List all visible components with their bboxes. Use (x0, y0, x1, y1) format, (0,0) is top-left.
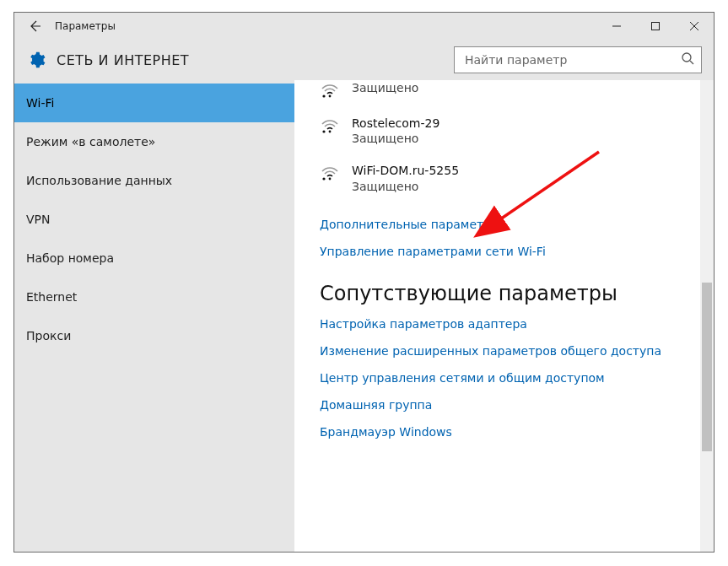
link-advanced-options[interactable]: Дополнительные параметры (320, 218, 688, 231)
sidebar-item-label: Использование данных (26, 174, 172, 187)
link-manage-wifi[interactable]: Управление параметрами сети Wi-Fi (320, 245, 688, 258)
sidebar-item-wifi[interactable]: Wi-Fi (14, 84, 294, 122)
sidebar-item-label: Набор номера (26, 251, 114, 265)
close-icon (690, 22, 698, 30)
wifi-network-item[interactable]: WiFi-DOM.ru-5255 Защищено (320, 156, 688, 203)
wifi-status: Защищено (352, 179, 459, 194)
header-row: СЕТЬ И ИНТЕРНЕТ (14, 40, 714, 80)
svg-point-1 (682, 53, 691, 62)
minimize-icon (612, 22, 621, 30)
link-firewall[interactable]: Брандмауэр Windows (320, 425, 688, 439)
content: Защищено Rostelecom-29 (294, 80, 700, 552)
sidebar-item-data-usage[interactable]: Использование данных (14, 161, 294, 200)
svg-point-5 (322, 130, 325, 132)
wifi-status: Защищено (352, 131, 439, 146)
svg-point-7 (322, 178, 325, 181)
settings-home-button[interactable] (26, 50, 46, 70)
close-button[interactable] (675, 13, 714, 40)
wifi-network-item[interactable]: Защищено (320, 80, 688, 109)
sidebar-item-airplane-mode[interactable]: Режим «в самолете» (14, 122, 294, 161)
window-controls (597, 13, 714, 40)
maximize-icon (651, 22, 660, 30)
gear-icon (27, 51, 46, 69)
link-adapter-settings[interactable]: Настройка параметров адаптера (320, 317, 688, 331)
wifi-name: WiFi-DOM.ru-5255 (352, 163, 459, 178)
sidebar-item-label: Ethernet (26, 290, 77, 304)
search-icon (681, 51, 694, 68)
link-homegroup[interactable]: Домашняя группа (320, 398, 688, 412)
sidebar-item-label: VPN (26, 213, 51, 226)
sidebar-item-label: Wi-Fi (26, 96, 54, 110)
related-settings-heading: Сопутствующие параметры (320, 282, 688, 305)
wifi-secure-icon (320, 82, 340, 99)
scroll-thumb[interactable] (702, 283, 712, 451)
wifi-secure-icon (320, 164, 340, 181)
content-wrap: Защищено Rostelecom-29 (294, 80, 714, 552)
section-title: СЕТЬ И ИНТЕРНЕТ (57, 52, 189, 68)
back-button[interactable] (21, 13, 48, 40)
sidebar-item-dialup[interactable]: Набор номера (14, 239, 294, 278)
link-network-center[interactable]: Центр управления сетями и общим доступом (320, 371, 688, 385)
wifi-network-item[interactable]: Rostelecom-29 Защищено (320, 109, 688, 156)
wifi-name: Rostelecom-29 (352, 116, 439, 131)
svg-point-3 (322, 94, 325, 97)
wifi-status: Защищено (352, 80, 418, 95)
window-title: Параметры (55, 20, 116, 32)
search-input[interactable] (463, 52, 681, 67)
settings-window: Параметры СЕТЬ И ИНТЕРНЕТ (13, 12, 715, 553)
scrollbar[interactable] (700, 80, 714, 552)
svg-point-6 (329, 178, 332, 181)
sidebar-item-vpn[interactable]: VPN (14, 200, 294, 239)
sidebar-item-label: Прокси (26, 329, 71, 342)
maximize-button[interactable] (636, 13, 675, 40)
sidebar-item-ethernet[interactable]: Ethernet (14, 278, 294, 316)
sidebar: Wi-Fi Режим «в самолете» Использование д… (14, 80, 294, 552)
main-area: Wi-Fi Режим «в самолете» Использование д… (14, 80, 714, 552)
sidebar-item-label: Режим «в самолете» (26, 135, 155, 148)
arrow-left-icon (28, 19, 41, 33)
svg-point-4 (329, 131, 332, 133)
link-advanced-sharing[interactable]: Изменение расширенных параметров общего … (320, 344, 688, 358)
wifi-secure-icon (320, 117, 340, 134)
minimize-button[interactable] (597, 13, 636, 40)
svg-rect-0 (652, 23, 660, 30)
search-box[interactable] (454, 46, 702, 73)
svg-point-2 (329, 95, 332, 98)
titlebar: Параметры (14, 13, 714, 40)
sidebar-item-proxy[interactable]: Прокси (14, 316, 294, 355)
